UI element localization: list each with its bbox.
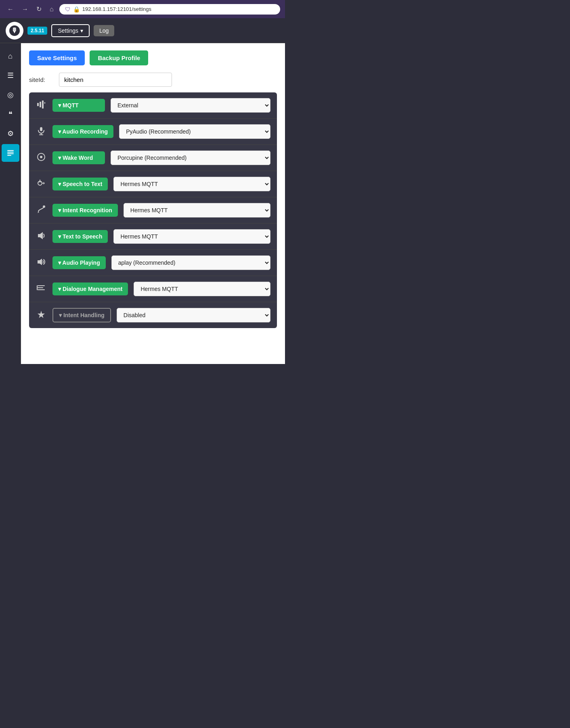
sidebar: ⌂ ☰ ◎ ❝ ⚙ xyxy=(0,43,21,364)
chevron-down-icon: ▾ xyxy=(80,27,83,34)
intent-recognition-select[interactable]: Hermes MQTT Fuzzywuzzy xyxy=(124,203,270,218)
main-layout: ⌂ ☰ ◎ ❝ ⚙ Save Settings Backup Profile s… xyxy=(0,43,285,364)
audio-playing-icon xyxy=(36,257,47,268)
shield-icon: 🛡 xyxy=(65,6,71,13)
mqtt-button[interactable]: ▾ MQTT xyxy=(52,99,105,112)
wake-word-icon xyxy=(36,153,47,163)
section-intent-recognition: ▾ Intent Recognition Hermes MQTT Fuzzywu… xyxy=(29,197,277,224)
svg-rect-4 xyxy=(7,153,14,154)
forward-button[interactable]: → xyxy=(19,4,31,15)
text-to-speech-select[interactable]: Hermes MQTT eSpeak xyxy=(113,229,270,244)
svg-point-16 xyxy=(43,205,45,208)
reload-button[interactable]: ↻ xyxy=(34,4,44,15)
home-button[interactable]: ⌂ xyxy=(47,4,56,15)
sidebar-item-circle[interactable]: ◎ xyxy=(2,86,19,104)
audio-playing-button[interactable]: ▾ Audio Playing xyxy=(52,256,106,269)
mqtt-icon xyxy=(36,100,47,111)
url-text: 192.168.1.157:12101/settings xyxy=(82,6,151,12)
dialogue-management-button[interactable]: ▾ Dialogue Management xyxy=(52,282,128,295)
log-button[interactable]: Log xyxy=(94,25,114,36)
sidebar-item-quote[interactable]: ❝ xyxy=(2,105,19,123)
sidebar-item-settings[interactable]: ⚙ xyxy=(2,125,19,142)
speech-to-text-select[interactable]: Hermes MQTT Kaldi xyxy=(113,177,270,191)
action-buttons: Save Settings Backup Profile xyxy=(29,50,277,65)
section-dialogue-management: ▾ Dialogue Management Hermes MQTT Rhassp… xyxy=(29,276,277,302)
text-to-speech-icon xyxy=(36,231,47,242)
intent-handling-icon xyxy=(36,310,47,321)
siteid-label: siteId: xyxy=(29,76,53,83)
lock-icon: 🔒 xyxy=(73,6,80,13)
browser-chrome: ← → ↻ ⌂ 🛡 🔒 192.168.1.157:12101/settings xyxy=(0,0,285,18)
dialogue-management-icon xyxy=(36,284,47,295)
svg-rect-8 xyxy=(42,100,44,109)
audio-playing-select[interactable]: aplay (Recommended) ALSA xyxy=(111,255,270,270)
siteid-row: siteId: xyxy=(29,73,277,87)
app-logo: 🎙 xyxy=(6,22,23,40)
sidebar-item-document[interactable] xyxy=(2,144,19,162)
settings-area: ▾ MQTT External Internal ▾ Audio Recordi xyxy=(29,92,277,328)
sidebar-item-home[interactable]: ⌂ xyxy=(2,47,19,65)
wake-word-select[interactable]: Porcupine (Recommended) Snowboy xyxy=(111,151,270,165)
version-badge: 2.5.11 xyxy=(27,27,47,35)
svg-point-14 xyxy=(40,156,42,158)
intent-recognition-button[interactable]: ▾ Intent Recognition xyxy=(52,204,118,217)
section-mqtt: ▾ MQTT External Internal xyxy=(29,92,277,119)
text-to-speech-button[interactable]: ▾ Text to Speech xyxy=(52,230,108,243)
back-button[interactable]: ← xyxy=(5,4,16,15)
speech-to-text-button[interactable]: ▾ Speech to Text xyxy=(52,178,108,190)
svg-rect-5 xyxy=(7,155,11,156)
svg-marker-21 xyxy=(38,311,45,318)
address-bar[interactable]: 🛡 🔒 192.168.1.157:12101/settings xyxy=(59,4,280,15)
siteid-input[interactable] xyxy=(59,73,172,87)
section-audio-playing: ▾ Audio Playing aplay (Recommended) ALSA xyxy=(29,250,277,276)
section-text-to-speech: ▾ Text to Speech Hermes MQTT eSpeak xyxy=(29,224,277,250)
sidebar-item-list[interactable]: ☰ xyxy=(2,67,19,84)
mqtt-select[interactable]: External Internal xyxy=(111,98,270,113)
intent-recognition-icon xyxy=(36,205,47,216)
svg-rect-7 xyxy=(40,102,41,107)
section-speech-to-text: ▾ Speech to Text Hermes MQTT Kaldi xyxy=(29,171,277,197)
svg-rect-2 xyxy=(7,150,14,151)
dialogue-management-select[interactable]: Hermes MQTT Rhasspy xyxy=(134,282,270,296)
section-audio-recording: ▾ Audio Recording PyAudio (Recommended) … xyxy=(29,119,277,145)
backup-profile-button[interactable]: Backup Profile xyxy=(90,50,148,65)
intent-handling-button[interactable]: ▾ Intent Handling xyxy=(52,308,111,322)
svg-rect-3 xyxy=(7,152,14,153)
svg-rect-6 xyxy=(37,103,39,106)
audio-recording-select[interactable]: PyAudio (Recommended) ALSA xyxy=(119,124,270,139)
save-settings-button[interactable]: Save Settings xyxy=(29,50,85,65)
speech-to-text-icon xyxy=(36,179,47,190)
settings-button[interactable]: Settings ▾ xyxy=(51,24,90,37)
app-header: 🎙 2.5.11 Settings ▾ Log xyxy=(0,18,285,43)
audio-recording-button[interactable]: ▾ Audio Recording xyxy=(52,125,113,138)
svg-text:🎙: 🎙 xyxy=(11,27,18,34)
svg-rect-9 xyxy=(44,102,45,104)
section-intent-handling: ▾ Intent Handling Disabled Home Assistan… xyxy=(29,302,277,328)
wake-word-button[interactable]: ▾ Wake Word xyxy=(52,151,105,164)
microphone-icon xyxy=(36,126,47,137)
main-content: Save Settings Backup Profile siteId: xyxy=(21,43,285,364)
svg-rect-10 xyxy=(40,127,42,131)
intent-handling-select[interactable]: Disabled Home Assistant Events Remote HT… xyxy=(117,308,270,322)
section-wake-word: ▾ Wake Word Porcupine (Recommended) Snow… xyxy=(29,145,277,171)
settings-label: Settings xyxy=(58,27,78,34)
